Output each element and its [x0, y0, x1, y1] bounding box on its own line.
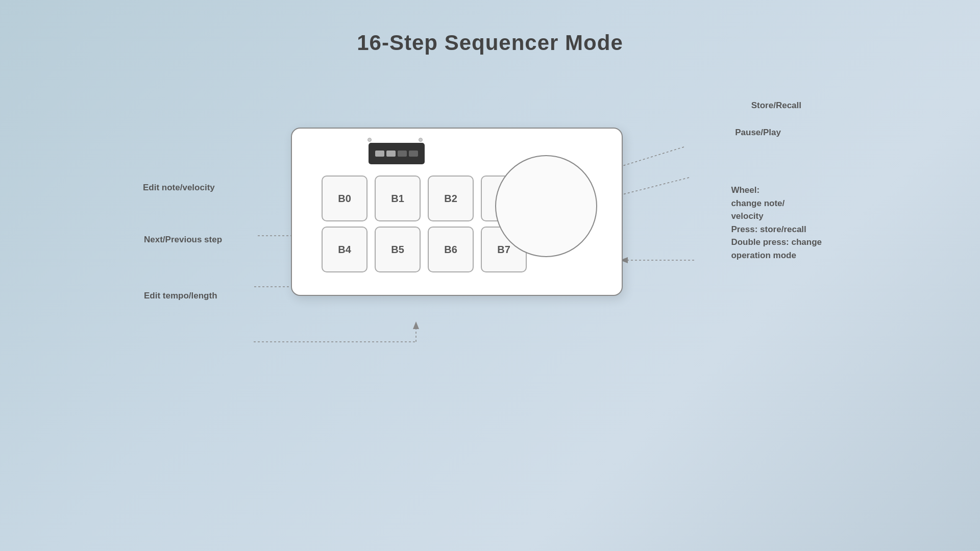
- label-next-previous-step: Next/Previous step: [144, 235, 222, 245]
- device: B0 B1 B2 B3 B4 B5 B6 B7: [291, 128, 623, 296]
- label-edit-note-velocity: Edit note/velocity: [143, 183, 215, 193]
- svg-marker-6: [413, 321, 419, 329]
- button-b2[interactable]: B2: [428, 176, 474, 221]
- dot-left: [368, 138, 372, 142]
- wheel-label-line5: Double press: change: [731, 236, 822, 249]
- wheel-control[interactable]: [495, 155, 597, 257]
- label-pause-play: Pause/Play: [735, 128, 781, 138]
- wheel-label-line4: Press: store/recall: [731, 223, 822, 236]
- page-title: 16-Step Sequencer Mode: [0, 0, 980, 55]
- wheel-label-line1: Wheel:: [731, 184, 822, 197]
- wheel-label-line3: velocity: [731, 210, 822, 223]
- diagram-container: B0 B1 B2 B3 B4 B5 B6 B7 Edit note/veloci…: [133, 71, 847, 429]
- button-b6[interactable]: B6: [428, 227, 474, 272]
- button-b1[interactable]: B1: [375, 176, 421, 221]
- display-seg-3: [398, 151, 407, 157]
- button-b4[interactable]: B4: [322, 227, 368, 272]
- button-b0[interactable]: B0: [322, 176, 368, 221]
- display-seg-2: [386, 151, 396, 157]
- label-store-recall: Store/Recall: [751, 101, 801, 111]
- display-seg-1: [375, 151, 384, 157]
- wheel-label-line2: change note/: [731, 197, 822, 210]
- label-wheel-description: Wheel: change note/ velocity Press: stor…: [731, 184, 822, 262]
- display-screen: [369, 143, 425, 164]
- label-edit-tempo-length: Edit tempo/length: [144, 291, 217, 301]
- dot-right: [419, 138, 423, 142]
- display-seg-4: [409, 151, 418, 157]
- button-b5[interactable]: B5: [375, 227, 421, 272]
- wheel-label-line6: operation mode: [731, 249, 822, 262]
- button-row-bottom: B4 B5 B6 B7: [322, 227, 527, 272]
